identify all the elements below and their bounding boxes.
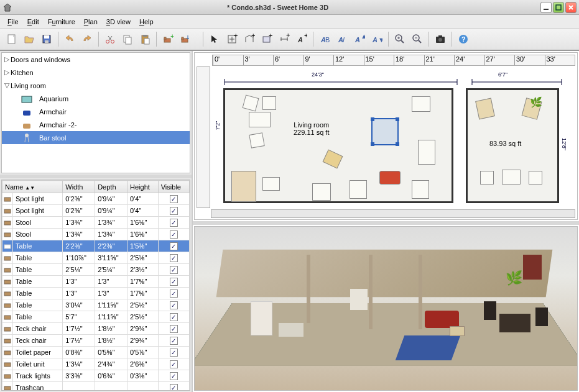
- catalog-item[interactable]: Armchair -2-: [2, 118, 190, 131]
- create-dimensions-tool[interactable]: +: [276, 31, 292, 47]
- col-width[interactable]: Width: [63, 181, 95, 193]
- table-row[interactable]: Table5'7"1'11⅝"2'5½"✓: [2, 311, 190, 323]
- col-name[interactable]: Name▲▼: [2, 181, 63, 193]
- cell-visible[interactable]: ✓: [158, 276, 189, 288]
- table-row[interactable]: Trashcan✓: [2, 382, 190, 391]
- room-living[interactable]: Living room229.11 sq ft: [223, 88, 453, 203]
- cell-visible[interactable]: ✓: [158, 358, 189, 370]
- table-row[interactable]: Toilet unit1'3¼"2'4¾"2'6⅜"✓: [2, 358, 190, 370]
- furniture-catalog[interactable]: ▷Doors and windows ▷Kitchen ▽Living room…: [1, 52, 190, 173]
- col-height[interactable]: Height: [127, 181, 159, 193]
- furniture-item[interactable]: [418, 140, 435, 165]
- menu-3dview[interactable]: 3D view: [103, 17, 134, 27]
- close-button[interactable]: [565, 2, 577, 13]
- furniture-item[interactable]: [412, 96, 430, 112]
- cut-button[interactable]: [102, 31, 118, 47]
- catalog-item-selected[interactable]: Bar stool: [2, 131, 190, 144]
- redo-button[interactable]: [79, 31, 95, 47]
- horizontal-splitter[interactable]: [0, 175, 192, 178]
- table-row[interactable]: Table3'0¼"1'11⅝"2'5½"✓: [2, 299, 190, 311]
- catalog-category[interactable]: ▷Kitchen: [2, 66, 190, 79]
- menu-file[interactable]: File: [4, 17, 22, 27]
- room-2[interactable]: 83.93 sq ft 🌿: [466, 88, 559, 203]
- menu-furniture[interactable]: Furniture: [44, 17, 79, 27]
- create-walls-tool[interactable]: +: [241, 31, 257, 47]
- table-row[interactable]: Teck chair1'7½"1'8½"2'9¾"✓: [2, 323, 190, 335]
- cell-visible[interactable]: ✓: [158, 299, 189, 311]
- cell-visible[interactable]: ✓: [158, 240, 189, 252]
- furniture-table[interactable]: Name▲▼ Width Depth Height Visible Spot l…: [1, 180, 190, 391]
- furniture-chair[interactable]: [262, 96, 276, 110]
- add-furniture-button[interactable]: +: [160, 31, 176, 47]
- horizontal-splitter[interactable]: [193, 221, 579, 225]
- table-row[interactable]: Teck chair1'7½"1'8½"2'9¾"✓: [2, 335, 190, 347]
- cell-visible[interactable]: ✓: [158, 229, 189, 240]
- table-row[interactable]: Table1'3"1'3"1'7⅝"✓: [2, 276, 190, 288]
- cell-visible[interactable]: ✓: [158, 311, 189, 323]
- menu-edit[interactable]: Edit: [24, 17, 43, 27]
- select-tool[interactable]: [206, 31, 223, 47]
- cell-visible[interactable]: ✓: [158, 335, 189, 347]
- furniture-chair[interactable]: [475, 98, 495, 120]
- furniture-item[interactable]: [502, 170, 521, 185]
- table-row[interactable]: Spot light0'2⅜"0'9¼"0'4"✓: [2, 193, 190, 205]
- cell-visible[interactable]: ✓: [158, 370, 189, 382]
- menu-plan[interactable]: Plan: [80, 17, 101, 27]
- furniture-chair[interactable]: [243, 95, 259, 112]
- table-row[interactable]: Table1'10⅞"3'11⅝"2'5⅛"✓: [2, 252, 190, 264]
- col-depth[interactable]: Depth: [95, 181, 127, 193]
- open-button[interactable]: [21, 31, 37, 47]
- cell-visible[interactable]: ✓: [158, 217, 189, 229]
- create-rooms-tool[interactable]: +: [259, 31, 275, 47]
- table-row[interactable]: Table2'2⅜"2'2⅜"1'5⅜"✓: [2, 240, 190, 252]
- cell-visible[interactable]: ✓: [158, 252, 189, 264]
- undo-button[interactable]: [62, 31, 78, 47]
- furniture-chair[interactable]: [323, 150, 343, 169]
- pan-tool[interactable]: +: [224, 31, 240, 47]
- table-row[interactable]: Track lights3'3⅜"0'6¾"0'3⅛"✓: [2, 370, 190, 382]
- horizontal-scrollbar[interactable]: [211, 209, 575, 218]
- furniture-chair[interactable]: [249, 132, 264, 148]
- furniture-item[interactable]: [480, 171, 494, 185]
- cell-visible[interactable]: ✓: [158, 347, 189, 358]
- help-button[interactable]: ?: [455, 31, 471, 47]
- furniture-item[interactable]: [412, 180, 429, 199]
- text-italic-button[interactable]: AI: [334, 31, 350, 47]
- furniture-item[interactable]: [262, 177, 280, 191]
- save-button[interactable]: [39, 31, 55, 47]
- catalog-item[interactable]: Armchair: [2, 105, 190, 118]
- furniture-sofa[interactable]: [379, 171, 401, 185]
- cell-visible[interactable]: ✓: [158, 288, 189, 299]
- table-row[interactable]: Stool1'3¾"1'3¾"1'6⅛"✓: [2, 229, 190, 240]
- zoom-out-button[interactable]: [409, 31, 425, 47]
- table-row[interactable]: Spot light0'2⅜"0'9¼"0'4"✓: [2, 205, 190, 217]
- copy-button[interactable]: [119, 31, 136, 47]
- furniture-item[interactable]: [350, 180, 367, 199]
- furniture-bed[interactable]: [231, 171, 256, 202]
- catalog-item[interactable]: Aquarium: [2, 92, 190, 105]
- menu-help[interactable]: Help: [136, 17, 157, 27]
- new-button[interactable]: [4, 31, 20, 47]
- furniture-desk[interactable]: [249, 112, 271, 127]
- zoom-in-button[interactable]: [392, 31, 408, 47]
- catalog-category[interactable]: ▷Doors and windows: [2, 53, 190, 66]
- maximize-button[interactable]: [553, 2, 564, 13]
- cell-visible[interactable]: ✓: [158, 205, 189, 217]
- plan-canvas[interactable]: 24'3" 6'7" 7'2" 12'8" Living room229.11 …: [211, 66, 575, 208]
- selected-furniture[interactable]: [371, 118, 399, 145]
- table-row[interactable]: Table2'5¼"2'5¼"2'3½"✓: [2, 264, 190, 276]
- furniture-item[interactable]: [312, 183, 331, 201]
- increase-text-button[interactable]: A▲: [351, 31, 368, 47]
- table-row[interactable]: Stool1'3¾"1'3¾"1'6⅛"✓: [2, 217, 190, 229]
- table-row[interactable]: Toilet paper0'8⅜"0'5⅝"0'5⅞"✓: [2, 347, 190, 358]
- plant-icon[interactable]: 🌿: [530, 96, 542, 108]
- create-text-tool[interactable]: A+: [294, 31, 310, 47]
- plan-view[interactable]: 0'3'6'9'12'15'18'21'24'27'30'33' 24'3" 6…: [194, 52, 578, 220]
- cell-visible[interactable]: ✓: [158, 382, 189, 391]
- paste-button[interactable]: [137, 31, 153, 47]
- decrease-text-button[interactable]: A▼: [369, 31, 385, 47]
- 3d-view[interactable]: 🌿: [194, 226, 578, 391]
- text-bold-button[interactable]: AB: [317, 31, 333, 47]
- minimize-button[interactable]: [540, 2, 552, 13]
- col-visible[interactable]: Visible: [158, 181, 189, 193]
